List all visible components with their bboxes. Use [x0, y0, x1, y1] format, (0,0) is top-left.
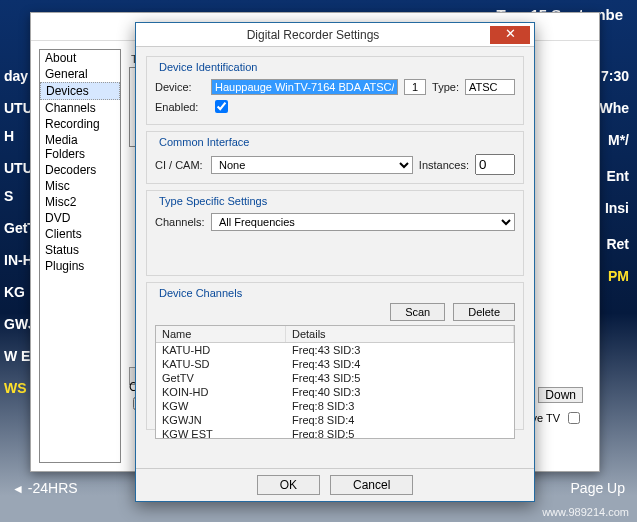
delete-button[interactable]: Delete: [453, 303, 515, 321]
table-row[interactable]: KATU-HDFreq:43 SID:3: [156, 343, 514, 357]
sidebar-item-media folders[interactable]: Media Folders: [40, 132, 120, 162]
channel-table[interactable]: Name Details KATU-HDFreq:43 SID:3KATU-SD…: [155, 325, 515, 439]
sidebar-item-decoders[interactable]: Decoders: [40, 162, 120, 178]
instances-label: Instances:: [419, 159, 469, 171]
cicam-select[interactable]: None: [211, 156, 413, 174]
common-interface-group: Common Interface CI / CAM: None Instance…: [146, 131, 524, 184]
table-row[interactable]: KGWFreq:8 SID:3: [156, 399, 514, 413]
group-title-ts: Type Specific Settings: [155, 195, 271, 207]
sidebar-item-clients[interactable]: Clients: [40, 226, 120, 242]
scan-button[interactable]: Scan: [390, 303, 445, 321]
device-label: Device:: [155, 81, 205, 93]
device-field[interactable]: [211, 79, 398, 95]
enabled-label: Enabled:: [155, 101, 205, 113]
sidebar-item-channels[interactable]: Channels: [40, 100, 120, 116]
watermark: www.989214.com: [542, 506, 629, 518]
priority-down-button[interactable]: Down: [538, 387, 583, 403]
group-title-dc: Device Channels: [155, 287, 246, 299]
table-row[interactable]: KOIN-HDFreq:40 SID:3: [156, 385, 514, 399]
dialog-title: Digital Recorder Settings: [136, 28, 490, 42]
col-name[interactable]: Name: [156, 326, 286, 342]
sidebar-item-recording[interactable]: Recording: [40, 116, 120, 132]
table-row[interactable]: KATU-SDFreq:43 SID:4: [156, 357, 514, 371]
sidebar-item-plugins[interactable]: Plugins: [40, 258, 120, 274]
digital-recorder-dialog: Digital Recorder Settings ✕ Device Ident…: [135, 22, 535, 502]
type-specific-group: Type Specific Settings Channels: All Fre…: [146, 190, 524, 276]
table-row[interactable]: KGWJNFreq:8 SID:4: [156, 413, 514, 427]
device-identification-group: Device Identification Device: Type: Enab…: [146, 56, 524, 125]
device-number-field[interactable]: [404, 79, 426, 95]
device-channels-group: Device Channels Scan Delete Name Details…: [146, 282, 524, 430]
channels-label: Channels:: [155, 216, 205, 228]
cancel-button[interactable]: Cancel: [330, 475, 413, 495]
guide-right-items: 7:30WheM*/EntInsiRetPM: [597, 60, 637, 292]
channels-select[interactable]: All Frequencies: [211, 213, 515, 231]
enabled-checkbox[interactable]: [215, 100, 228, 113]
close-button[interactable]: ✕: [490, 26, 530, 44]
sidebar-item-dvd[interactable]: DVD: [40, 210, 120, 226]
table-row[interactable]: GetTVFreq:43 SID:5: [156, 371, 514, 385]
sidebar-item-devices[interactable]: Devices: [40, 82, 120, 100]
cicam-label: CI / CAM:: [155, 159, 205, 171]
group-title-ci: Common Interface: [155, 136, 253, 148]
sidebar-item-about[interactable]: About: [40, 50, 120, 66]
live-priority-checkbox[interactable]: [568, 412, 580, 424]
type-label: Type:: [432, 81, 459, 93]
ok-button[interactable]: OK: [257, 475, 320, 495]
col-details[interactable]: Details: [286, 326, 514, 342]
sidebar-item-status[interactable]: Status: [40, 242, 120, 258]
type-field[interactable]: [465, 79, 515, 95]
table-row[interactable]: KGW ESTFreq:8 SID:5: [156, 427, 514, 439]
instances-spinner[interactable]: [475, 154, 515, 175]
settings-sidebar[interactable]: AboutGeneralDevicesChannelsRecordingMedi…: [39, 49, 121, 463]
nav-page-up[interactable]: Page Up: [571, 480, 625, 496]
sidebar-item-general[interactable]: General: [40, 66, 120, 82]
group-title-identification: Device Identification: [155, 61, 261, 73]
nav-back-24hrs[interactable]: ◄ -24HRS: [12, 480, 78, 496]
sidebar-item-misc[interactable]: Misc: [40, 178, 120, 194]
sidebar-item-misc2[interactable]: Misc2: [40, 194, 120, 210]
